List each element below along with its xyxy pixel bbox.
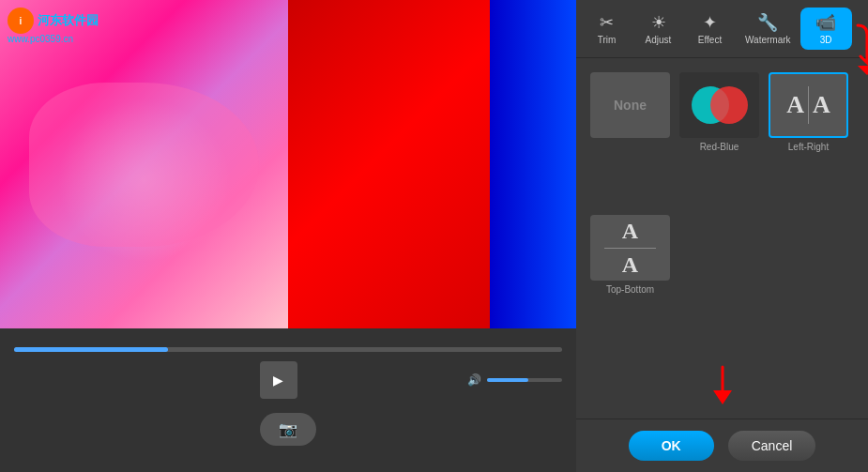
red-blue-circles bbox=[692, 82, 748, 129]
down-arrow-svg bbox=[699, 362, 746, 409]
toolbar-effect[interactable]: ✦ Effect bbox=[684, 8, 736, 50]
lr-letter-left: A bbox=[786, 91, 804, 119]
circle-red bbox=[710, 86, 748, 124]
left-right-label: Left-Right bbox=[788, 142, 829, 152]
volume-track[interactable] bbox=[487, 378, 562, 382]
watermark: i 河东软件园 www.pc0359.cn bbox=[8, 8, 99, 44]
main-container: ▶ 🔊 📷 bbox=[0, 0, 868, 472]
progress-fill bbox=[14, 347, 168, 352]
watermark-icon: 🔧 bbox=[757, 12, 778, 33]
lr-divider bbox=[808, 86, 809, 124]
bottom-buttons: OK Cancel bbox=[576, 419, 868, 472]
option-left-right[interactable]: A A Left-Right bbox=[769, 72, 848, 206]
watermark-label: Watermark bbox=[745, 35, 791, 45]
toolbar-trim[interactable]: ✂ Trim bbox=[581, 8, 632, 50]
volume-control: 🔊 bbox=[467, 373, 562, 387]
lr-letter-right: A bbox=[813, 91, 830, 119]
option-none[interactable]: None bbox=[590, 72, 670, 206]
progress-track[interactable] bbox=[14, 347, 562, 352]
left-panel: ▶ 🔊 📷 bbox=[0, 0, 576, 472]
playback-row: ▶ 🔊 bbox=[14, 361, 562, 399]
3d-icon: 📹 bbox=[815, 12, 836, 33]
none-text: None bbox=[614, 98, 647, 113]
red-blue-label: Red-Blue bbox=[700, 142, 739, 152]
play-icon: ▶ bbox=[273, 373, 283, 388]
trim-label: Trim bbox=[598, 35, 617, 45]
down-arrow-area bbox=[576, 362, 868, 419]
toolbar: ✂ Trim ☀ Adjust ✦ Effect 🔧 Watermark 📹 3… bbox=[576, 0, 868, 58]
none-box: None bbox=[590, 72, 670, 138]
adjust-icon: ☀ bbox=[651, 12, 666, 33]
effect-label: Effect bbox=[698, 35, 722, 45]
video-left-half bbox=[0, 0, 288, 328]
tb-letter-bottom: A bbox=[622, 252, 638, 278]
scissors-icon: ✂ bbox=[600, 12, 614, 33]
toolbar-3d[interactable]: 📹 3D bbox=[800, 8, 852, 50]
screenshot-button[interactable]: 📷 bbox=[260, 413, 316, 446]
effect-icon: ✦ bbox=[703, 12, 717, 33]
3d-label: 3D bbox=[820, 35, 832, 45]
left-right-box: A A bbox=[769, 72, 848, 138]
adjust-label: Adjust bbox=[646, 35, 672, 45]
play-button[interactable]: ▶ bbox=[260, 361, 297, 399]
controls-area: ▶ 🔊 📷 bbox=[0, 328, 576, 472]
video-area bbox=[0, 0, 576, 328]
playback-center: ▶ bbox=[89, 361, 467, 399]
red-blue-box bbox=[679, 72, 759, 138]
options-grid: None Red-Blue A A bbox=[576, 58, 868, 362]
svg-marker-1 bbox=[713, 390, 732, 404]
progress-bar-container[interactable] bbox=[14, 347, 562, 352]
top-bottom-label: Top-Bottom bbox=[606, 284, 654, 295]
volume-fill bbox=[487, 378, 528, 382]
video-right-blue bbox=[490, 0, 576, 328]
camera-icon: 📷 bbox=[279, 420, 297, 438]
shoe-decoration bbox=[29, 83, 260, 247]
controls-inner: ▶ 🔊 📷 bbox=[14, 338, 562, 446]
svg-marker-0 bbox=[858, 66, 868, 75]
cancel-button[interactable]: Cancel bbox=[728, 431, 816, 461]
top-bottom-box: A A bbox=[590, 215, 670, 281]
watermark-url: www.pc0359.cn bbox=[8, 34, 99, 44]
toolbar-watermark[interactable]: 🔧 Watermark bbox=[736, 8, 800, 50]
right-panel: ✂ Trim ☀ Adjust ✦ Effect 🔧 Watermark 📹 3… bbox=[576, 0, 868, 472]
option-red-blue[interactable]: Red-Blue bbox=[679, 72, 759, 206]
ok-button[interactable]: OK bbox=[629, 431, 714, 461]
volume-icon: 🔊 bbox=[467, 373, 481, 387]
watermark-logo: i bbox=[8, 8, 34, 34]
video-preview bbox=[0, 0, 576, 328]
toolbar-adjust[interactable]: ☀ Adjust bbox=[632, 8, 684, 50]
bottom-bar: 📷 bbox=[14, 413, 562, 446]
option-top-bottom[interactable]: A A Top-Bottom bbox=[590, 215, 670, 348]
tb-letter-top: A bbox=[622, 219, 638, 244]
tb-divider bbox=[604, 248, 656, 249]
watermark-title: 河东软件园 bbox=[38, 12, 99, 29]
